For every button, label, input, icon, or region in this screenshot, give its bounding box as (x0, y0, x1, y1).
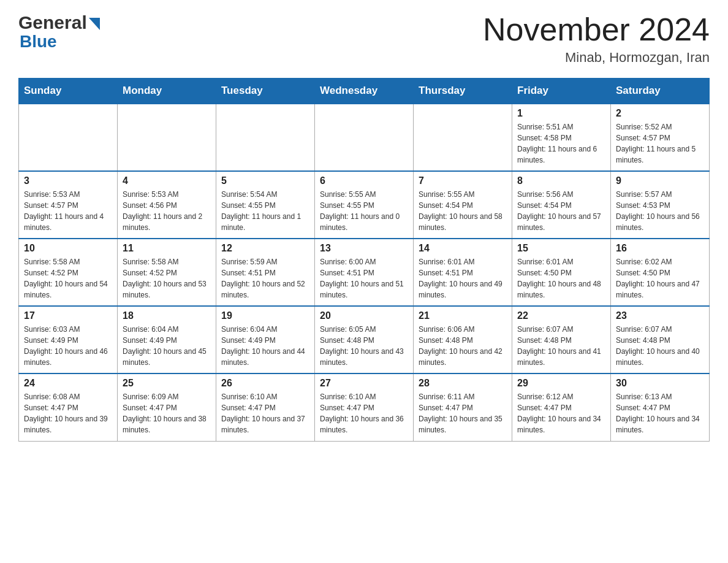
calendar-cell: 2Sunrise: 5:52 AMSunset: 4:57 PMDaylight… (611, 104, 710, 171)
day-info: Sunrise: 6:06 AMSunset: 4:48 PMDaylight:… (419, 324, 507, 368)
calendar-cell: 19Sunrise: 6:04 AMSunset: 4:49 PMDayligh… (216, 306, 315, 373)
calendar-cell: 6Sunrise: 5:55 AMSunset: 4:55 PMDaylight… (315, 171, 414, 239)
day-info: Sunrise: 6:04 AMSunset: 4:49 PMDaylight:… (221, 324, 309, 368)
day-number: 7 (419, 175, 507, 186)
calendar-cell: 30Sunrise: 6:13 AMSunset: 4:47 PMDayligh… (611, 373, 710, 441)
calendar-cell: 29Sunrise: 6:12 AMSunset: 4:47 PMDayligh… (512, 373, 611, 441)
day-number: 15 (517, 243, 605, 254)
day-number: 6 (320, 175, 408, 186)
day-info: Sunrise: 5:53 AMSunset: 4:56 PMDaylight:… (123, 189, 211, 233)
weekday-header-tuesday: Tuesday (216, 79, 315, 104)
calendar-cell: 7Sunrise: 5:55 AMSunset: 4:54 PMDaylight… (414, 171, 512, 239)
week-row-3: 10Sunrise: 5:58 AMSunset: 4:52 PMDayligh… (19, 239, 710, 306)
day-info: Sunrise: 5:53 AMSunset: 4:57 PMDaylight:… (24, 189, 112, 233)
day-number: 19 (221, 310, 309, 321)
calendar-cell: 1Sunrise: 5:51 AMSunset: 4:58 PMDaylight… (512, 104, 611, 171)
day-number: 16 (616, 243, 704, 254)
day-number: 24 (24, 378, 112, 389)
calendar-cell: 22Sunrise: 6:07 AMSunset: 4:48 PMDayligh… (512, 306, 611, 373)
day-number: 14 (419, 243, 507, 254)
day-number: 13 (320, 243, 408, 254)
calendar-cell (315, 104, 414, 171)
day-info: Sunrise: 6:12 AMSunset: 4:47 PMDaylight:… (517, 391, 605, 435)
day-info: Sunrise: 5:55 AMSunset: 4:54 PMDaylight:… (419, 189, 507, 233)
day-info: Sunrise: 6:01 AMSunset: 4:51 PMDaylight:… (419, 256, 507, 301)
location-text: Minab, Hormozgan, Iran (483, 50, 710, 66)
weekday-header-thursday: Thursday (414, 79, 512, 104)
day-info: Sunrise: 6:02 AMSunset: 4:50 PMDaylight:… (616, 256, 704, 301)
day-number: 9 (616, 175, 704, 186)
page-header: General Blue November 2024 Minab, Hormoz… (18, 12, 710, 66)
day-info: Sunrise: 6:08 AMSunset: 4:47 PMDaylight:… (24, 391, 112, 435)
day-number: 12 (221, 243, 309, 254)
day-number: 3 (24, 175, 112, 186)
logo: General Blue (18, 12, 100, 52)
calendar-cell: 10Sunrise: 5:58 AMSunset: 4:52 PMDayligh… (19, 239, 118, 306)
calendar-cell: 21Sunrise: 6:06 AMSunset: 4:48 PMDayligh… (414, 306, 512, 373)
weekday-header-row: SundayMondayTuesdayWednesdayThursdayFrid… (19, 79, 710, 104)
calendar-cell: 23Sunrise: 6:07 AMSunset: 4:48 PMDayligh… (611, 306, 710, 373)
day-number: 29 (517, 378, 605, 389)
day-number: 10 (24, 243, 112, 254)
day-number: 18 (123, 310, 211, 321)
calendar-cell: 18Sunrise: 6:04 AMSunset: 4:49 PMDayligh… (118, 306, 216, 373)
day-info: Sunrise: 6:09 AMSunset: 4:47 PMDaylight:… (123, 391, 211, 435)
calendar-cell: 17Sunrise: 6:03 AMSunset: 4:49 PMDayligh… (19, 306, 118, 373)
weekday-header-saturday: Saturday (611, 79, 710, 104)
calendar-table: SundayMondayTuesdayWednesdayThursdayFrid… (18, 78, 710, 442)
logo-blue-text: Blue (18, 32, 57, 52)
calendar-cell: 14Sunrise: 6:01 AMSunset: 4:51 PMDayligh… (414, 239, 512, 306)
logo-arrow-icon (89, 18, 100, 30)
day-info: Sunrise: 5:56 AMSunset: 4:54 PMDaylight:… (517, 189, 605, 233)
day-info: Sunrise: 6:10 AMSunset: 4:47 PMDaylight:… (320, 391, 408, 435)
day-number: 8 (517, 175, 605, 186)
day-info: Sunrise: 5:51 AMSunset: 4:58 PMDaylight:… (517, 121, 605, 166)
calendar-cell (414, 104, 512, 171)
day-info: Sunrise: 5:52 AMSunset: 4:57 PMDaylight:… (616, 121, 704, 166)
day-number: 2 (616, 108, 704, 119)
day-info: Sunrise: 6:01 AMSunset: 4:50 PMDaylight:… (517, 256, 605, 301)
calendar-cell (216, 104, 315, 171)
svg-marker-0 (89, 18, 100, 30)
weekday-header-friday: Friday (512, 79, 611, 104)
calendar-cell: 13Sunrise: 6:00 AMSunset: 4:51 PMDayligh… (315, 239, 414, 306)
calendar-cell: 25Sunrise: 6:09 AMSunset: 4:47 PMDayligh… (118, 373, 216, 441)
day-number: 28 (419, 378, 507, 389)
weekday-header-wednesday: Wednesday (315, 79, 414, 104)
week-row-5: 24Sunrise: 6:08 AMSunset: 4:47 PMDayligh… (19, 373, 710, 441)
day-info: Sunrise: 5:54 AMSunset: 4:55 PMDaylight:… (221, 189, 309, 233)
day-number: 22 (517, 310, 605, 321)
day-number: 25 (123, 378, 211, 389)
calendar-cell: 20Sunrise: 6:05 AMSunset: 4:48 PMDayligh… (315, 306, 414, 373)
day-number: 11 (123, 243, 211, 254)
weekday-header-sunday: Sunday (19, 79, 118, 104)
day-info: Sunrise: 5:55 AMSunset: 4:55 PMDaylight:… (320, 189, 408, 233)
title-block: November 2024 Minab, Hormozgan, Iran (483, 12, 710, 66)
calendar-cell: 3Sunrise: 5:53 AMSunset: 4:57 PMDaylight… (19, 171, 118, 239)
day-info: Sunrise: 5:58 AMSunset: 4:52 PMDaylight:… (24, 256, 112, 301)
month-title: November 2024 (483, 12, 710, 47)
day-number: 1 (517, 108, 605, 119)
calendar-cell (19, 104, 118, 171)
day-number: 20 (320, 310, 408, 321)
day-info: Sunrise: 6:11 AMSunset: 4:47 PMDaylight:… (419, 391, 507, 435)
week-row-1: 1Sunrise: 5:51 AMSunset: 4:58 PMDaylight… (19, 104, 710, 171)
day-info: Sunrise: 6:04 AMSunset: 4:49 PMDaylight:… (123, 324, 211, 368)
day-info: Sunrise: 6:00 AMSunset: 4:51 PMDaylight:… (320, 256, 408, 301)
calendar-cell: 28Sunrise: 6:11 AMSunset: 4:47 PMDayligh… (414, 373, 512, 441)
day-number: 30 (616, 378, 704, 389)
logo-general-text: General (18, 12, 87, 33)
day-info: Sunrise: 6:13 AMSunset: 4:47 PMDaylight:… (616, 391, 704, 435)
calendar-cell: 24Sunrise: 6:08 AMSunset: 4:47 PMDayligh… (19, 373, 118, 441)
calendar-cell: 11Sunrise: 5:58 AMSunset: 4:52 PMDayligh… (118, 239, 216, 306)
day-info: Sunrise: 6:03 AMSunset: 4:49 PMDaylight:… (24, 324, 112, 368)
day-number: 17 (24, 310, 112, 321)
day-number: 26 (221, 378, 309, 389)
day-info: Sunrise: 5:59 AMSunset: 4:51 PMDaylight:… (221, 256, 309, 301)
day-number: 5 (221, 175, 309, 186)
calendar-cell: 27Sunrise: 6:10 AMSunset: 4:47 PMDayligh… (315, 373, 414, 441)
calendar-cell: 26Sunrise: 6:10 AMSunset: 4:47 PMDayligh… (216, 373, 315, 441)
calendar-cell: 8Sunrise: 5:56 AMSunset: 4:54 PMDaylight… (512, 171, 611, 239)
day-info: Sunrise: 6:10 AMSunset: 4:47 PMDaylight:… (221, 391, 309, 435)
day-number: 23 (616, 310, 704, 321)
